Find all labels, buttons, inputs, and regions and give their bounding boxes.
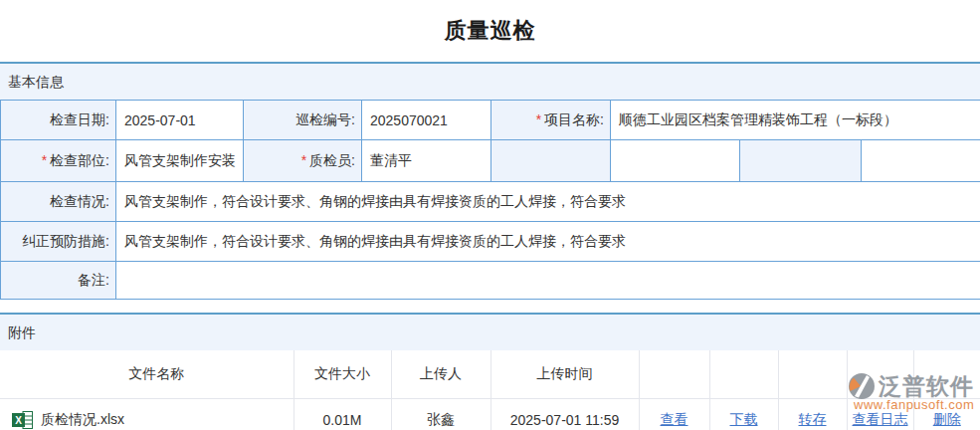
action-cell-view-log: 查看日志 [847,398,913,430]
field-label-text: 质检员: [309,152,355,168]
form-row-1: 检查日期: 2025-07-01 巡检编号: 2025070021 *项目名称:… [1,101,980,140]
basic-info-table: 检查日期: 2025-07-01 巡检编号: 2025070021 *项目名称:… [0,100,980,300]
page-title: 质量巡检 [0,0,980,62]
file-name-text: 质检情况.xlsx [41,411,124,429]
field-value-inspection-no: 2025070021 [362,101,491,140]
action-cell-download: 下载 [709,398,778,430]
transfer-link[interactable]: 转存 [799,411,827,427]
field-label-text: 纠正预防措施: [22,233,109,249]
col-header-action-1 [639,350,709,398]
field-value-check-date: 2025-07-01 [116,101,244,140]
field-label-check-date: 检查日期: [1,101,116,140]
uploader-cell: 张鑫 [391,398,490,430]
col-header-action-3 [778,350,847,398]
col-header-file-size: 文件大小 [294,350,391,398]
field-label-remarks: 备注: [1,262,116,300]
svg-text:X: X [15,415,22,426]
col-header-action-2 [709,350,778,398]
view-log-link[interactable]: 查看日志 [853,411,908,427]
attachments-header-row: 文件名称 文件大小 上传人 上传时间 [0,350,980,398]
field-label-check-situation: 检查情况: [1,182,116,222]
field-label-inspection-no: 巡检编号: [244,101,362,140]
field-label-text: 备注: [78,272,109,288]
form-row-3: 检查情况: 风管支架制作，符合设计要求、角钢的焊接由具有焊接资质的工人焊接，符合… [1,182,980,222]
file-size-cell: 0.01M [294,398,391,430]
field-label-text: 检查日期: [50,111,109,127]
required-asterisk: * [42,152,47,168]
col-header-uploader: 上传人 [391,350,490,398]
form-row-4: 纠正预防措施: 风管支架制作，符合设计要求、角钢的焊接由具有焊接资质的工人焊接，… [1,222,980,262]
field-label-inspector: *质检员: [244,140,362,182]
field-label-text: 巡检编号: [295,111,355,127]
attachment-row: X 质检情况.xlsx 0.01M 张鑫 2025-07-01 11:59 查看… [0,398,980,430]
delete-link[interactable]: 删除 [933,411,961,427]
field-value-inspector: 董清平 [362,140,491,182]
excel-file-icon: X [12,411,33,429]
field-label-corrective-measures: 纠正预防措施: [1,222,116,262]
field-value-project-name: 顺德工业园区档案管理精装饰工程（一标段） [611,101,980,140]
form-row-5: 备注: [1,262,980,300]
field-label-empty-1 [491,140,611,182]
view-link[interactable]: 查看 [661,411,688,427]
field-label-text: 项目名称: [544,111,604,127]
col-header-action-4 [847,350,913,398]
attachments-table: 文件名称 文件大小 上传人 上传时间 X [0,350,980,430]
required-asterisk: * [301,152,306,168]
file-name-cell: X 质检情况.xlsx [0,398,294,430]
field-label-check-part: *检查部位: [1,140,116,182]
field-label-project-name: *项目名称: [491,101,611,140]
field-value-corrective-measures: 风管支架制作，符合设计要求、角钢的焊接由具有焊接资质的工人焊接，符合要求 [116,222,980,262]
form-row-2: *检查部位: 风管支架制作安装 *质检员: 董清平 [1,140,980,182]
field-label-empty-2 [740,140,862,182]
field-value-empty-2 [862,140,980,182]
action-cell-view: 查看 [639,398,709,430]
field-label-text: 检查部位: [50,152,109,168]
field-label-text: 检查情况: [50,193,109,209]
section-header-basic-info: 基本信息 [0,62,980,100]
required-asterisk: * [536,111,541,127]
col-header-action-5 [913,350,980,398]
action-cell-transfer: 转存 [778,398,847,430]
col-header-upload-time: 上传时间 [490,350,639,398]
field-value-check-situation: 风管支架制作，符合设计要求、角钢的焊接由具有焊接资质的工人焊接，符合要求 [116,182,980,222]
upload-time-cell: 2025-07-01 11:59 [490,398,639,430]
action-cell-delete: 删除 [913,398,980,430]
download-link[interactable]: 下载 [730,411,758,427]
field-value-empty-1 [611,140,740,182]
col-header-file-name: 文件名称 [0,350,294,398]
field-value-check-part: 风管支架制作安装 [116,140,244,182]
field-value-remarks [116,262,980,300]
section-header-attachments: 附件 [0,313,980,350]
